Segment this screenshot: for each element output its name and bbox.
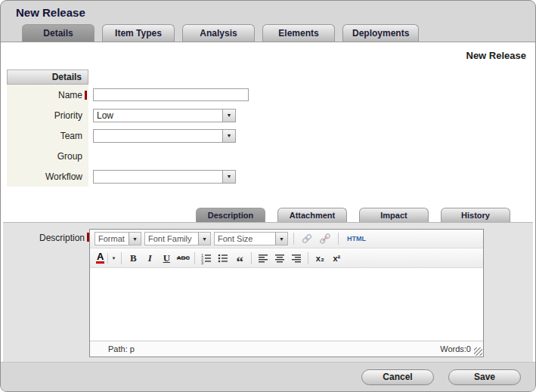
- name-label-cell: Name: [7, 85, 88, 105]
- unordered-list-icon: [217, 252, 229, 264]
- chevron-down-icon[interactable]: ▼: [198, 233, 210, 245]
- chevron-down-icon[interactable]: ▼: [222, 130, 235, 142]
- form-heading: New Release: [1, 42, 535, 65]
- tab-deployments[interactable]: Deployments: [342, 24, 419, 42]
- details-section-header: Details: [7, 69, 88, 85]
- priority-select[interactable]: Low ▼: [93, 109, 236, 122]
- group-label-cell: Group: [7, 146, 88, 166]
- align-left-icon: [257, 252, 269, 264]
- save-button[interactable]: Save: [448, 369, 521, 385]
- italic-button[interactable]: I: [142, 251, 157, 266]
- chevron-down-icon[interactable]: ▼: [275, 233, 287, 245]
- description-panel: Description Format ▼ Font Family ▼ Font …: [3, 222, 533, 362]
- team-label: Team: [60, 131, 82, 141]
- tab-impact[interactable]: Impact: [359, 208, 429, 222]
- ordered-list-button[interactable]: 123: [199, 251, 214, 266]
- editor-tab-bar: Description Attachment Impact History: [1, 206, 535, 222]
- tab-history[interactable]: History: [441, 208, 510, 222]
- toolbar-separator: [308, 252, 308, 264]
- name-label: Name: [58, 90, 82, 100]
- link-icon: [301, 233, 313, 245]
- html-source-button[interactable]: HTML: [344, 231, 369, 246]
- main-tab-bar: Details Item Types Analysis Elements Dep…: [1, 23, 535, 42]
- workflow-row: Workflow ▼: [7, 166, 535, 187]
- align-center-button[interactable]: [272, 251, 287, 266]
- page-title: New Release: [16, 6, 85, 19]
- new-release-window: New Release Details Item Types Analysis …: [0, 0, 536, 392]
- team-select[interactable]: ▼: [93, 129, 236, 143]
- name-input[interactable]: [93, 88, 249, 101]
- align-right-button[interactable]: [289, 251, 304, 266]
- priority-selected-value: Low: [94, 110, 222, 122]
- font-size-value: Font Size: [215, 233, 275, 245]
- align-right-icon: [290, 252, 302, 264]
- tab-elements[interactable]: Elements: [262, 24, 335, 42]
- footer-bar: Cancel Save: [1, 362, 535, 391]
- bold-button[interactable]: B: [125, 251, 141, 266]
- toolbar-separator: [293, 233, 294, 245]
- details-section: Details Name Priority Low: [7, 69, 535, 187]
- toolbar-separator: [251, 252, 252, 264]
- chevron-down-icon[interactable]: ▼: [222, 171, 235, 183]
- font-color-icon: A: [96, 252, 104, 264]
- editor-body[interactable]: [90, 268, 483, 341]
- team-row: Team ▼: [7, 125, 535, 146]
- format-select[interactable]: Format ▼: [94, 232, 141, 245]
- tab-item-types[interactable]: Item Types: [102, 24, 175, 42]
- toolbar-separator: [338, 233, 339, 245]
- subscript-button[interactable]: x₂: [312, 251, 327, 266]
- toolbar-separator: [194, 252, 195, 264]
- editor-status-bar: Path: p Words:0: [90, 341, 483, 357]
- blockquote-button[interactable]: “: [232, 251, 247, 266]
- svg-text:3: 3: [201, 261, 203, 264]
- chevron-down-icon[interactable]: ▼: [222, 110, 235, 122]
- word-count: Words:0: [440, 344, 471, 353]
- align-left-button[interactable]: [256, 251, 271, 266]
- priority-label: Priority: [54, 110, 82, 121]
- underline-button[interactable]: U: [159, 251, 174, 266]
- chevron-down-icon[interactable]: ▼: [129, 233, 141, 245]
- superscript-icon: x²: [333, 254, 340, 263]
- bold-icon: B: [130, 252, 137, 264]
- tab-analysis[interactable]: Analysis: [182, 24, 255, 42]
- tab-attachment[interactable]: Attachment: [277, 208, 347, 222]
- group-label: Group: [57, 151, 82, 162]
- editor-toolbar-bottom: A ▼ B I U ABC: [90, 248, 483, 268]
- required-indicator: [85, 91, 87, 100]
- rich-text-editor: Format ▼ Font Family ▼ Font Size ▼: [89, 229, 484, 357]
- priority-row: Priority Low ▼: [7, 105, 535, 125]
- align-center-icon: [274, 252, 286, 264]
- team-selected-value: [94, 130, 222, 142]
- strikethrough-button[interactable]: ABC: [175, 251, 191, 266]
- ordered-list-icon: 123: [200, 252, 212, 264]
- priority-label-cell: Priority: [7, 105, 88, 125]
- italic-icon: I: [148, 252, 152, 264]
- unordered-list-button[interactable]: [215, 251, 231, 266]
- font-family-select[interactable]: Font Family ▼: [144, 232, 211, 245]
- superscript-button[interactable]: x²: [329, 251, 344, 266]
- font-family-value: Font Family: [145, 233, 198, 245]
- workflow-label: Workflow: [45, 171, 82, 182]
- underline-icon: U: [163, 252, 170, 264]
- blockquote-icon: “: [237, 252, 244, 264]
- description-label-cell: Description: [3, 229, 89, 362]
- tab-details[interactable]: Details: [22, 24, 94, 42]
- workflow-select[interactable]: ▼: [93, 170, 236, 184]
- workflow-label-cell: Workflow: [7, 166, 88, 187]
- description-label: Description: [39, 233, 85, 243]
- titlebar: New Release: [1, 1, 535, 23]
- remove-link-button[interactable]: [318, 231, 333, 246]
- font-color-button[interactable]: A ▼: [94, 251, 117, 266]
- cancel-button[interactable]: Cancel: [361, 369, 434, 385]
- font-size-select[interactable]: Font Size ▼: [214, 232, 288, 245]
- tab-description[interactable]: Description: [196, 208, 265, 222]
- strikethrough-icon: ABC: [177, 255, 190, 261]
- toolbar-separator: [121, 252, 122, 264]
- resize-handle[interactable]: [474, 347, 482, 356]
- chevron-down-icon[interactable]: ▼: [107, 253, 116, 264]
- insert-link-button[interactable]: [299, 231, 314, 246]
- editor-path: Path: p: [108, 344, 135, 353]
- format-value: Format: [95, 233, 129, 245]
- workflow-selected-value: [94, 171, 222, 183]
- unlink-icon: [319, 233, 331, 245]
